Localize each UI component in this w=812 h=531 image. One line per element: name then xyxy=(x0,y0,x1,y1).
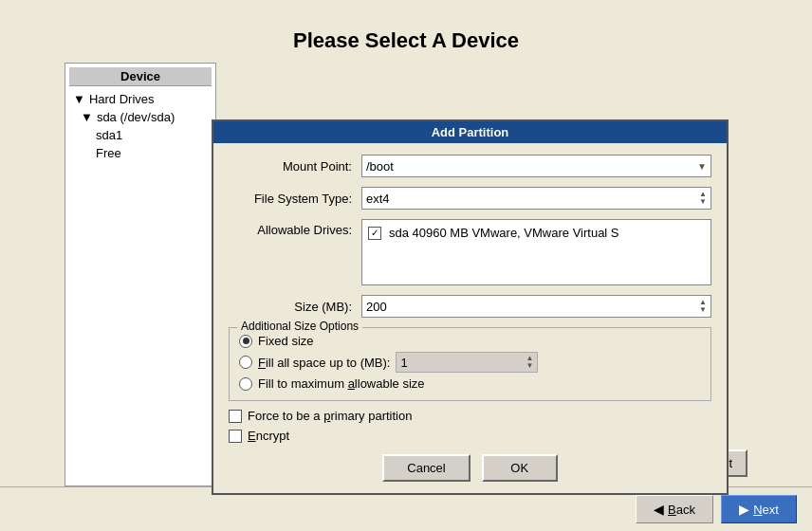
drive-label-sda: sda 40960 MB VMware, VMware Virtual S xyxy=(389,226,619,240)
drive-checkbox-sda[interactable]: ✓ xyxy=(368,227,381,240)
mount-point-control: /boot ▼ xyxy=(361,155,711,177)
drives-box: ✓ sda 40960 MB VMware, VMware Virtual S xyxy=(361,219,711,285)
drive-item-sda: ✓ sda 40960 MB VMware, VMware Virtual S xyxy=(368,226,705,240)
tree-arrow-sda: ▼ xyxy=(81,110,93,124)
fill-up-to-row: Fill all space up to (MB): 1 ▲ ▼ xyxy=(239,352,701,373)
tree-arrow-hard-drives: ▼ xyxy=(73,92,85,106)
dialog-titlebar: Add Partition xyxy=(213,121,727,143)
next-button[interactable]: ▶ Next xyxy=(721,495,797,523)
tree-label-free: Free xyxy=(96,146,121,160)
main-area: Please Select A Device Device ▼ Hard Dri… xyxy=(0,0,812,531)
size-spinner-arrows: ▲ ▼ xyxy=(699,299,707,314)
additional-size-options-group: Additional Size Options Fixed size Fill … xyxy=(229,327,711,401)
cancel-button[interactable]: Cancel xyxy=(382,454,470,482)
content-area: Device ▼ Hard Drives ▼ sda (/dev/sda) sd… xyxy=(65,63,747,486)
fill-max-row: Fill to maximum allowable size xyxy=(239,376,701,391)
fs-type-label: File System Type: xyxy=(229,192,361,206)
tree-item-sda[interactable]: ▼ sda (/dev/sda) xyxy=(69,108,212,126)
fill-max-label: Fill to maximum allowable size xyxy=(258,376,425,391)
fixed-size-label: Fixed size xyxy=(258,334,314,348)
force-primary-row: Force to be a primary partition xyxy=(229,409,711,423)
back-button[interactable]: ◀ Back xyxy=(636,495,713,523)
tree-item-free[interactable]: Free xyxy=(69,144,212,162)
fill-up-to-input[interactable]: 1 ▲ ▼ xyxy=(396,352,538,373)
mount-point-arrow-icon: ▼ xyxy=(697,161,707,172)
allowable-drives-label: Allowable Drives: xyxy=(229,219,361,237)
fs-type-spinner-arrows: ▲ ▼ xyxy=(699,191,707,206)
add-partition-dialog: Add Partition Mount Point: /boot ▼ File … xyxy=(212,119,729,495)
fs-type-control: ext4 ▲ ▼ xyxy=(361,187,711,210)
fs-type-spinner[interactable]: ext4 ▲ ▼ xyxy=(361,187,711,210)
device-panel-header: Device xyxy=(69,67,212,86)
force-primary-checkbox[interactable] xyxy=(229,410,242,423)
encrypt-row: Encrypt xyxy=(229,429,711,443)
allowable-drives-control: ✓ sda 40960 MB VMware, VMware Virtual S xyxy=(361,219,711,285)
dialog-buttons: Cancel OK xyxy=(229,454,711,482)
allowable-drives-row: Allowable Drives: ✓ sda 40960 MB VMware,… xyxy=(229,219,711,285)
size-label: Size (MB): xyxy=(229,300,361,314)
tree-item-sda1[interactable]: sda1 xyxy=(69,126,212,144)
mount-point-value: /boot xyxy=(366,159,394,174)
size-control: 200 ▲ ▼ xyxy=(361,295,711,318)
dialog-body: Mount Point: /boot ▼ File System Type: e… xyxy=(213,143,727,493)
page-title: Please Select A Device xyxy=(293,28,519,53)
fill-max-radio[interactable] xyxy=(239,377,252,391)
encrypt-checkbox[interactable] xyxy=(229,430,242,443)
fill-up-to-arrows: ▲ ▼ xyxy=(526,355,534,370)
tree-item-hard-drives[interactable]: ▼ Hard Drives xyxy=(69,90,212,108)
tree-label-sda: sda (/dev/sda) xyxy=(97,110,175,124)
fs-type-row: File System Type: ext4 ▲ ▼ xyxy=(229,187,711,210)
fs-type-value: ext4 xyxy=(366,192,390,206)
tree-label-sda1: sda1 xyxy=(96,128,122,142)
back-arrow-icon: ◀ xyxy=(654,502,664,517)
next-label: Next xyxy=(753,503,779,517)
additional-size-legend: Additional Size Options xyxy=(237,320,362,333)
mount-point-select[interactable]: /boot ▼ xyxy=(361,155,711,177)
tree-label-hard-drives: Hard Drives xyxy=(89,92,155,106)
size-spinner[interactable]: 200 ▲ ▼ xyxy=(361,295,711,318)
fixed-size-radio[interactable] xyxy=(239,335,252,348)
device-tree-panel: Device ▼ Hard Drives ▼ sda (/dev/sda) sd… xyxy=(65,63,216,486)
ok-button[interactable]: OK xyxy=(482,454,558,482)
fill-up-to-value: 1 xyxy=(400,356,407,370)
next-arrow-icon: ▶ xyxy=(739,502,749,517)
back-label: Back xyxy=(668,503,695,517)
mount-point-row: Mount Point: /boot ▼ xyxy=(229,155,711,177)
fill-up-to-radio[interactable] xyxy=(239,356,252,369)
encrypt-label: Encrypt xyxy=(248,429,289,443)
size-row: Size (MB): 200 ▲ ▼ xyxy=(229,295,711,318)
mount-point-label: Mount Point: xyxy=(229,159,361,174)
force-primary-label: Force to be a primary partition xyxy=(248,409,412,423)
size-value: 200 xyxy=(366,300,387,314)
fill-up-to-label: Fill all space up to (MB): xyxy=(258,356,390,370)
fixed-size-row: Fixed size xyxy=(239,334,701,348)
